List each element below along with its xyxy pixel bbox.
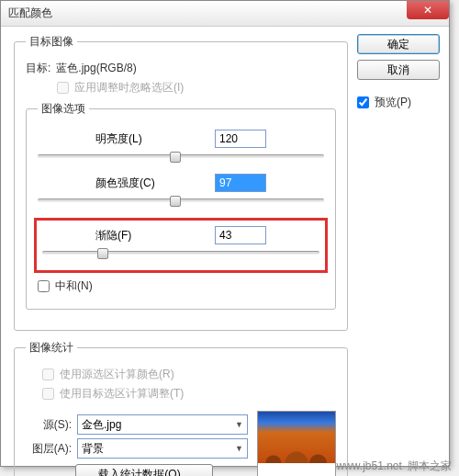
stats-legend: 图像统计 [26,340,77,356]
luminance-slider[interactable] [38,152,324,164]
chevron-down-icon: ▼ [235,420,243,429]
source-label: 源(S): [26,417,72,433]
intensity-input[interactable] [215,174,266,192]
fade-slider[interactable] [42,248,319,261]
target-value: 蓝色.jpg(RGB/8) [56,61,136,76]
luminance-slider-wrap: 明亮度(L) [38,130,324,164]
load-stats-button[interactable]: 载入统计数据(O)... [75,464,213,476]
close-icon: ✕ [423,4,432,17]
layer-label: 图层(A): [26,441,72,457]
layer-select[interactable]: 背景 ▼ [77,438,248,459]
intensity-slider[interactable] [38,196,324,209]
ignore-selection-label: 应用调整时忽略选区(I) [74,80,184,96]
options-legend: 图像选项 [38,101,89,117]
source-select[interactable]: 金色.jpg ▼ [77,414,248,435]
luminance-label: 明亮度(L) [95,131,178,147]
fade-input[interactable] [215,226,266,244]
source-thumbnail [257,411,336,476]
neutralize-checkbox[interactable] [38,280,50,292]
chevron-down-icon: ▼ [235,444,243,453]
ok-button[interactable]: 确定 [357,34,440,54]
preview-checkbox[interactable] [357,96,369,108]
use-target-sel-label: 使用目标选区计算调整(T) [60,386,184,402]
luminance-input[interactable] [215,130,266,148]
titlebar: 匹配颜色 ✕ [1,1,449,27]
use-source-sel-checkbox [42,368,54,380]
neutralize-label: 中和(N) [55,278,93,294]
intensity-label: 颜色强度(C) [95,176,178,191]
cancel-button[interactable]: 取消 [357,60,440,80]
preview-label: 预览(P) [375,95,411,110]
match-color-dialog: 匹配颜色 ✕ 目标图像 目标: 蓝色.jpg(RGB/8) 应用调整时忽略选区(… [0,0,450,467]
fade-label: 渐隐(F) [95,228,178,244]
ignore-selection-checkbox [57,82,69,94]
source-value: 金色.jpg [82,417,121,433]
target-label: 目标: [26,61,50,76]
window-title: 匹配颜色 [8,6,52,21]
fade-slider-wrap: 渐隐(F) [42,226,319,261]
use-target-sel-checkbox [42,388,54,400]
image-options-group: 图像选项 明亮度(L) 颜色强度(C) [26,101,336,310]
fade-highlight: 渐隐(F) [34,218,328,273]
watermark: www.jb51.net 脚本之家 [337,459,453,474]
intensity-slider-wrap: 颜色强度(C) [38,174,324,209]
layer-value: 背景 [82,441,104,457]
image-stats-group: 图像统计 使用源选区计算颜色(R) 使用目标选区计算调整(T) 源(S): 金色… [14,340,348,476]
target-image-group: 目标图像 目标: 蓝色.jpg(RGB/8) 应用调整时忽略选区(I) 图像选项… [14,34,348,331]
use-source-sel-label: 使用源选区计算颜色(R) [60,367,174,382]
close-button[interactable]: ✕ [407,1,449,19]
target-legend: 目标图像 [26,34,77,50]
